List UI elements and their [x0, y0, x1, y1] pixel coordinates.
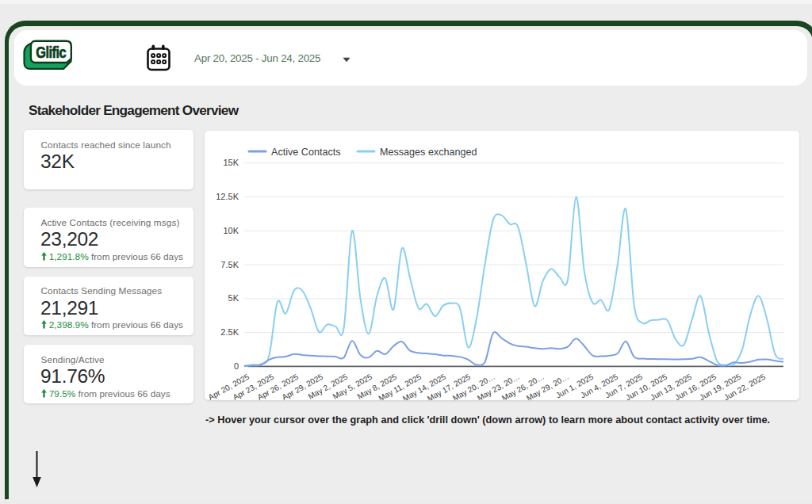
svg-text:7.5K: 7.5K: [220, 260, 239, 269]
svg-text:Messages exchanged: Messages exchanged: [380, 147, 477, 158]
svg-text:10K: 10K: [223, 226, 239, 235]
svg-text:2.5K: 2.5K: [220, 327, 239, 337]
svg-text:Active Contacts: Active Contacts: [271, 147, 341, 158]
svg-text:0: 0: [234, 361, 239, 371]
svg-text:Glific: Glific: [36, 44, 66, 62]
svg-text:5K: 5K: [228, 293, 239, 303]
svg-text:12.5K: 12.5K: [216, 192, 239, 201]
svg-text:15K: 15K: [223, 158, 239, 167]
